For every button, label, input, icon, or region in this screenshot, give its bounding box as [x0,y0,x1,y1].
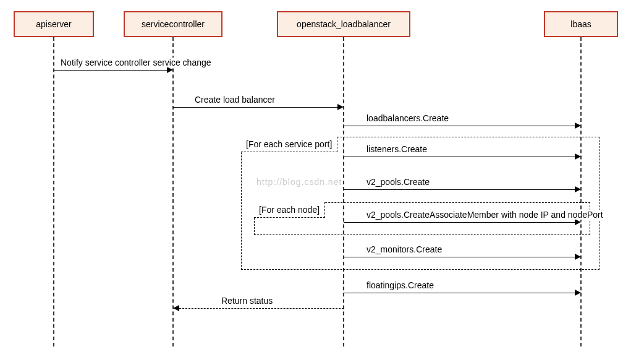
participant-apiserver: apiserver [14,11,94,37]
arrow-head-icon [337,104,344,110]
arrow-head-icon [575,186,581,192]
msg-assoc-member: v2_pools.CreateAssociateMember with node… [365,210,605,220]
lifeline-apiserver [53,37,54,346]
fragment-label: [For each node] [254,202,325,218]
msg-monitors: v2_monitors.Create [365,244,444,254]
participant-openstack-lb: openstack_loadbalancer [277,11,410,37]
msg-pools: v2_pools.Create [365,177,431,187]
participant-label: lbaas [570,19,591,29]
arrow-listeners [344,157,576,157]
arrow-floatingips [344,293,576,293]
arrow-lb-create [344,126,576,126]
msg-listeners: listeners.Create [365,144,429,154]
participant-servicecontroller: servicecontroller [124,11,222,37]
participant-label: apiserver [36,19,72,29]
arrow-pools [344,189,576,190]
watermark: http://blog.csdn.net [256,177,342,187]
arrow-notify [54,70,168,71]
arrow-head-icon [575,254,581,260]
msg-floatingips: floatingips.Create [365,280,436,290]
arrow-monitors [344,257,576,257]
msg-create-lb: Create load balancer [193,95,277,105]
fragment-label: [For each service port] [241,137,337,152]
participant-label: openstack_loadbalancer [297,19,391,29]
arrow-return-status [179,308,344,309]
arrow-create-lb [173,107,339,108]
arrow-head-icon [575,290,581,296]
arrow-assoc-member [344,222,576,223]
participant-label: servicecontroller [142,19,205,29]
msg-return-status: Return status [219,296,274,306]
arrow-head-icon [575,219,581,225]
sequence-diagram: apiserver servicecontroller openstack_lo… [0,0,644,357]
arrow-head-icon [173,305,179,311]
participant-lbaas: lbaas [544,11,618,37]
arrow-head-icon [575,153,581,160]
arrow-head-icon [575,123,581,129]
msg-notify: Notify service controller service change [59,58,213,67]
lifeline-servicecontroller [172,37,174,346]
arrow-head-icon [167,67,173,73]
msg-lb-create: loadbalancers.Create [365,113,451,123]
